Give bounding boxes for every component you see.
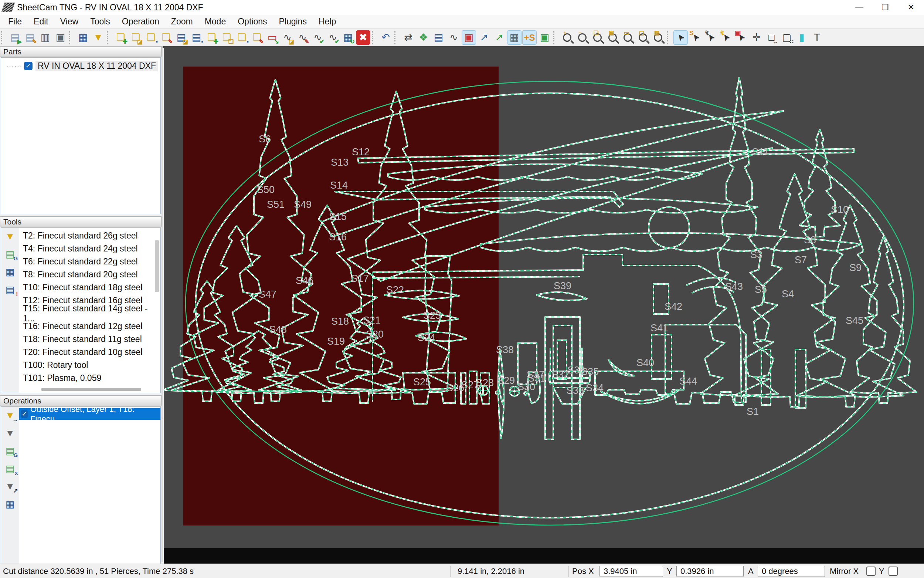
start-points-button[interactable]: +S <box>522 30 537 45</box>
fast-cut-tool-button[interactable]: ↯➤ <box>719 30 733 45</box>
console-button[interactable]: ▤ <box>431 30 446 45</box>
tool-item[interactable]: T15: Finecut standard 14g steel - 1... <box>23 307 160 320</box>
add-paper-button[interactable]: ❏✚ <box>204 30 219 45</box>
refresh-table-button[interactable]: ▦↻ <box>341 30 355 45</box>
direction-arrows-button[interactable]: ↗ <box>492 30 507 45</box>
tools-vertical-scrollbar[interactable] <box>155 240 159 292</box>
tool-item[interactable]: T101: Plasma, 0.059 <box>23 372 160 385</box>
new-part-button[interactable]: ❏✚ <box>113 30 128 45</box>
toolbar-grip[interactable] <box>667 31 672 44</box>
menu-view[interactable]: View <box>54 15 84 28</box>
part-tree-item[interactable]: ······ ✓ RV IN OVAL 18 X 11 2004 DXF <box>6 61 160 71</box>
import-drawing-button[interactable]: ▭↘ <box>265 30 280 45</box>
minimize-button[interactable]: — <box>846 0 872 15</box>
tool-item[interactable]: T100: Rotary tool <box>23 359 160 372</box>
toolbar-grip[interactable] <box>372 31 377 44</box>
op-path-icon[interactable]: ▼↗ <box>5 482 15 491</box>
rapid-moves-button[interactable]: ↗ <box>477 30 491 45</box>
zoom-out-button[interactable]: − <box>575 30 589 45</box>
tool-item[interactable]: T8: Finecut standard 20g steel <box>23 268 160 281</box>
toolbar-grip[interactable] <box>394 31 400 44</box>
maximize-button[interactable]: ❐ <box>872 0 898 15</box>
toolbar-grip[interactable] <box>1 31 6 44</box>
tool-item[interactable]: T16: Finecut standard 12g steel <box>23 320 160 333</box>
print-button[interactable]: ▥ <box>38 30 52 45</box>
zoom-in-button[interactable]: + <box>560 30 574 45</box>
tool-item[interactable]: T6: Finecut standard 22g steel <box>23 255 160 268</box>
tool-item[interactable]: T2: Finecut standard 26g steel <box>23 229 160 242</box>
layers-button[interactable]: ❖ <box>416 30 430 45</box>
show-cut-paths-button[interactable]: ▣ <box>462 30 476 45</box>
drawing-canvas[interactable]: S6S12S13S14S50S51S49S15S16S46S17S22S47S1… <box>164 46 924 548</box>
show-contours-button[interactable]: ▣ <box>537 30 552 45</box>
resize-part-tool-button[interactable]: □↔ <box>764 30 779 45</box>
save-part-button[interactable]: ❏▪ <box>144 30 158 45</box>
menu-file[interactable]: File <box>2 15 28 28</box>
zoom-part-button[interactable]: ❏ <box>590 30 605 45</box>
menu-help[interactable]: Help <box>313 15 342 28</box>
copy-paper-button[interactable]: ❏❏ <box>220 30 234 45</box>
op-drill-icon[interactable]: ▼ <box>5 428 15 438</box>
quick-cut-tool-button[interactable]: ↯➤ <box>704 30 718 45</box>
torch-setup-button[interactable]: ▼ <box>91 30 105 45</box>
operation-checkbox[interactable]: ✓ <box>21 410 28 418</box>
run-post-processor-button[interactable]: ▤▶ <box>8 30 22 45</box>
open-part-button[interactable]: ❏◪ <box>129 30 143 45</box>
delete-part-button[interactable]: ✖ <box>356 30 371 45</box>
zoom-window-button[interactable]: ▢ <box>636 30 650 45</box>
calculator-button[interactable]: ▦ <box>76 30 90 45</box>
edit-part-button[interactable]: ▤✎ <box>23 30 37 45</box>
menu-mode[interactable]: Mode <box>199 15 232 28</box>
measure-tool-button[interactable]: ▮ <box>795 30 809 45</box>
part-checkbox[interactable]: ✓ <box>24 62 32 70</box>
op-table-icon[interactable]: ▦ <box>6 499 15 509</box>
save-paper-button[interactable]: ❏▪ <box>235 30 249 45</box>
edit-paper-button[interactable]: ❏✎ <box>250 30 264 45</box>
undo-button[interactable]: ↶ <box>379 30 393 45</box>
tool-item[interactable]: T10: Finecut standard 18g steel <box>23 281 160 294</box>
edit-part-file-button[interactable]: ❏✎ <box>159 30 173 45</box>
nest-tool-button[interactable]: ▢∷ <box>780 30 794 45</box>
toolbar-grip[interactable] <box>69 31 74 44</box>
mirror-x-checkbox[interactable] <box>866 567 875 576</box>
menu-edit[interactable]: Edit <box>28 15 54 28</box>
gcode-list-icon[interactable]: ▤G <box>6 249 15 259</box>
save-job-button[interactable]: ▤▪ <box>189 30 204 45</box>
op-gcode-icon[interactable]: ▤G <box>6 446 15 456</box>
tool-item[interactable]: T4: Finecut standard 24g steel <box>23 242 160 255</box>
menu-options[interactable]: Options <box>232 15 273 28</box>
torch-icon[interactable]: ▼ <box>5 232 15 241</box>
operation-item-selected[interactable]: ✓ Outside Offset, Layer 1, T18: Finecu..… <box>19 408 160 420</box>
toolbar-grip[interactable] <box>553 31 558 44</box>
text-tool-button[interactable]: T <box>810 30 824 45</box>
open-job-button[interactable]: ▤◪ <box>174 30 188 45</box>
zoom-extents-button[interactable]: ▭ <box>621 30 635 45</box>
move-mode-button[interactable]: ⇄ <box>401 30 416 45</box>
select-tool-button[interactable]: ➤ <box>673 30 688 45</box>
tool-item[interactable]: T20: Finecut standard 10g steel <box>23 346 160 359</box>
verify-save-button[interactable]: ∿✔ <box>325 30 340 45</box>
move-part-tool-button[interactable]: ✛ <box>749 30 764 45</box>
path-nodes-button[interactable]: ∿ <box>447 30 461 45</box>
op-tool-arrow-icon[interactable]: ▼→ <box>5 411 15 420</box>
verify-open-button[interactable]: ∿✔ <box>311 30 325 45</box>
show-machine-button[interactable]: ▦ <box>507 30 521 45</box>
menu-zoom[interactable]: Zoom <box>165 15 199 28</box>
warn-list-icon[interactable]: ▤! <box>6 285 15 294</box>
start-point-tool-button[interactable]: S➤ <box>689 30 703 45</box>
tool-item[interactable]: T18: Finecut standard 11g steel <box>23 333 160 346</box>
part-label[interactable]: RV IN OVAL 18 X 11 2004 DXF <box>36 61 158 71</box>
tools-horizontal-scrollbar[interactable] <box>41 388 141 391</box>
plot-button[interactable]: ▣ <box>53 30 68 45</box>
edit-link-button[interactable]: ∿✎ <box>295 30 310 45</box>
menu-tools[interactable]: Tools <box>84 15 116 28</box>
close-button[interactable]: ✕ <box>898 0 924 15</box>
zoom-all-parts-button[interactable]: ▣ <box>605 30 620 45</box>
menu-operation[interactable]: Operation <box>116 15 165 28</box>
mirror-y-checkbox[interactable] <box>888 567 898 576</box>
cad-drawing[interactable]: S6S12S13S14S50S51S49S15S16S46S17S22S47S1… <box>164 46 924 548</box>
toolbar-grip[interactable] <box>107 31 112 44</box>
zoom-machine-button[interactable]: ▦ <box>651 30 665 45</box>
op-export-icon[interactable]: ▤x <box>6 464 15 473</box>
tool-table-icon[interactable]: ▦ <box>6 267 15 277</box>
